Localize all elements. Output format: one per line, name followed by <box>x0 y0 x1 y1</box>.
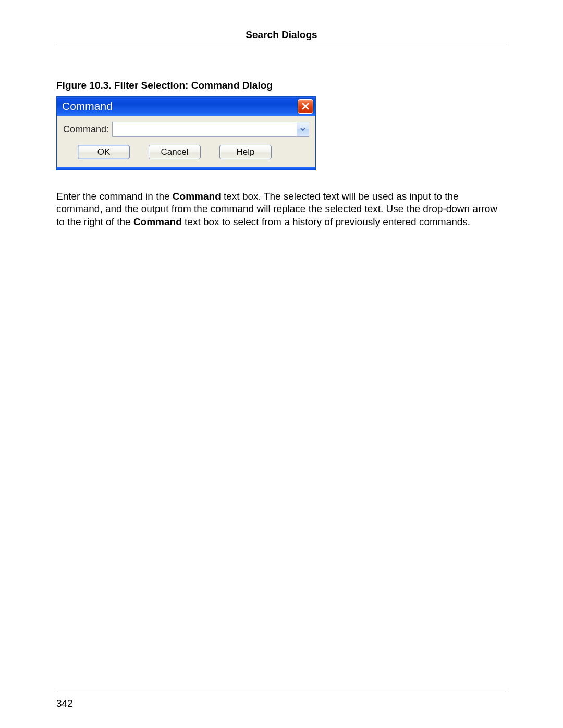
help-button[interactable]: Help <box>219 145 272 159</box>
header-rule <box>56 43 507 43</box>
dialog-button-row: OK Cancel Help <box>63 145 309 159</box>
dialog-body: Command: OK Cancel Help <box>57 116 315 167</box>
command-input[interactable] <box>112 122 297 137</box>
para-bold1: Command <box>173 191 221 202</box>
chevron-down-icon <box>300 126 306 132</box>
dialog-bottom-border <box>57 167 315 170</box>
para-bold2: Command <box>133 216 182 227</box>
page-number: 342 <box>56 698 73 709</box>
page-header-title: Search Dialogs <box>56 29 507 43</box>
close-icon <box>302 103 309 110</box>
document-page: Search Dialogs Figure 10.3. Filter Selec… <box>0 0 563 728</box>
command-row: Command: <box>63 122 309 137</box>
para-seg3: text box to select from a history of pre… <box>182 216 470 227</box>
ok-button[interactable]: OK <box>78 145 130 159</box>
body-paragraph: Enter the command in the Command text bo… <box>56 190 507 228</box>
figure-caption: Figure 10.3. Filter Selection: Command D… <box>56 80 507 91</box>
command-dropdown-button[interactable] <box>297 122 309 137</box>
command-combobox <box>112 122 309 137</box>
titlebar-title: Command <box>62 100 113 113</box>
para-seg1: Enter the command in the <box>56 191 173 202</box>
command-label: Command: <box>63 124 109 135</box>
titlebar[interactable]: Command <box>57 97 315 116</box>
footer-rule <box>56 690 507 690</box>
close-button[interactable] <box>298 99 313 114</box>
cancel-button[interactable]: Cancel <box>149 145 201 159</box>
command-dialog-window: Command Command: <box>56 96 316 170</box>
